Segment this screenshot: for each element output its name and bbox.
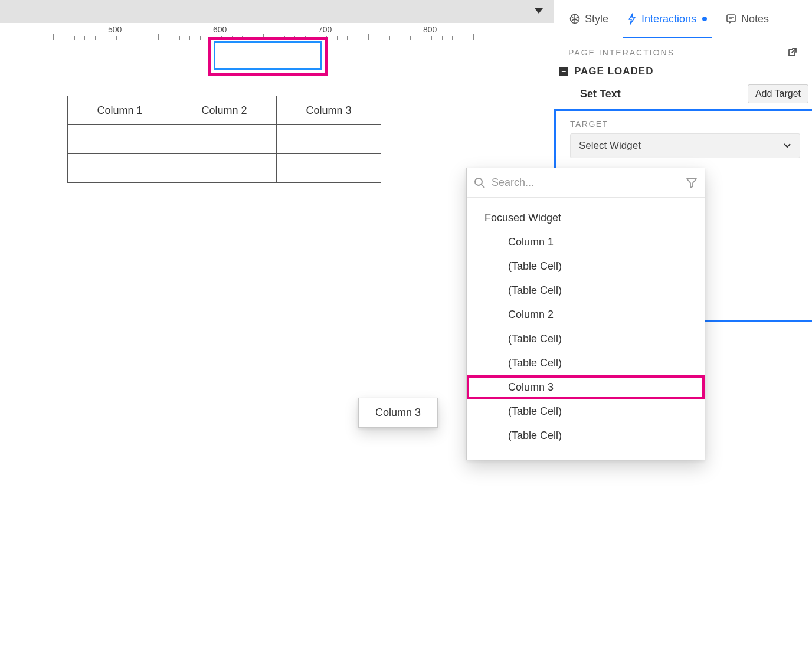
section-title: PAGE INTERACTIONS [568,48,675,57]
style-icon [569,14,580,24]
event-label: PAGE LOADED [574,65,653,77]
search-icon [474,177,486,189]
options-list: Focused Widget Column 1 (Table Cell) (Ta… [467,198,705,460]
tab-interactions[interactable]: Interactions [618,0,716,38]
select-widget-dropdown[interactable]: Select Widget [570,133,800,158]
tab-notes[interactable]: Notes [716,0,778,38]
table-cell[interactable] [172,125,277,154]
search-input[interactable] [492,176,680,189]
horizontal-ruler: 500600700800 [0,23,554,40]
svg-rect-2 [727,15,735,22]
chevron-down-icon [783,143,791,149]
svg-point-5 [475,178,482,185]
table-row: Column 1 Column 2 Column 3 [68,96,381,125]
table-cell[interactable] [277,154,381,183]
table-row [68,125,381,154]
inspector-tabs: Style Interactions Notes [554,0,812,38]
tab-label: Interactions [641,13,696,25]
collapse-toggle[interactable]: − [559,67,568,76]
filter-icon[interactable] [686,178,698,188]
selection-outline-primary [208,37,328,76]
table-header-cell[interactable]: Column 2 [172,96,277,125]
action-label: Set Text [580,88,621,100]
ruler-label: 600 [213,25,227,34]
widget-picker-popup: Focused Widget Column 1 (Table Cell) (Ta… [466,168,705,460]
selection-outline-secondary [214,41,322,70]
table-cell[interactable] [172,154,277,183]
svg-line-6 [482,185,484,188]
target-label: TARGET [570,119,800,129]
option-column-3[interactable]: Column 3 [467,375,705,399]
table-cell[interactable] [277,125,381,154]
svg-marker-0 [535,8,543,14]
option-table-cell[interactable]: (Table Cell) [467,351,705,375]
select-placeholder: Select Widget [579,140,641,152]
dropdown-arrow-icon[interactable] [535,8,543,14]
option-table-cell[interactable]: (Table Cell) [467,279,705,303]
ruler-label: 800 [423,25,437,34]
popout-icon[interactable] [786,47,798,58]
option-column-1[interactable]: Column 1 [467,230,705,254]
option-table-cell[interactable]: (Table Cell) [467,327,705,351]
table-row [68,154,381,183]
top-toolbar [0,0,554,23]
option-table-cell[interactable]: (Table Cell) [467,254,705,279]
hover-tooltip: Column 3 [358,398,438,428]
note-icon [726,14,736,24]
table-cell[interactable] [68,154,172,183]
tab-label: Notes [741,13,769,25]
option-focused-widget[interactable]: Focused Widget [467,206,705,230]
tab-label: Style [585,13,608,25]
table-header-cell[interactable]: Column 3 [277,96,381,125]
ruler-label: 700 [318,25,332,34]
option-table-cell[interactable]: (Table Cell) [467,399,705,424]
option-table-cell[interactable]: (Table Cell) [467,424,705,448]
ruler-label: 500 [108,25,122,34]
lightning-icon [627,13,637,25]
table-cell[interactable] [68,125,172,154]
tab-style[interactable]: Style [560,0,618,38]
indicator-dot-icon [702,17,707,21]
option-column-2[interactable]: Column 2 [467,303,705,327]
table-widget[interactable]: Column 1 Column 2 Column 3 [67,96,381,183]
table-header-cell[interactable]: Column 1 [68,96,172,125]
add-target-button[interactable]: Add Target [748,84,808,103]
